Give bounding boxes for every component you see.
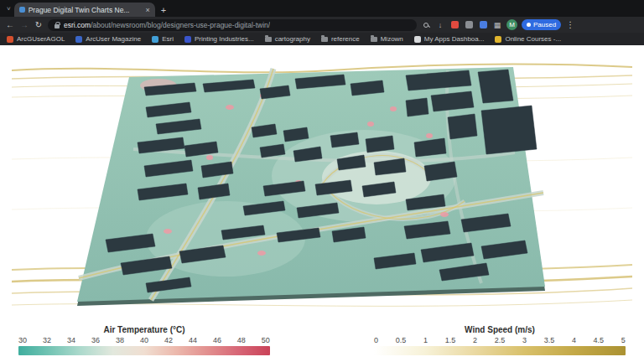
favicon bbox=[7, 36, 13, 43]
menu-kebab-icon[interactable]: ⋮ bbox=[565, 20, 575, 30]
legend-gradient-bar bbox=[18, 346, 270, 355]
legend-title: Air Temperature (°C) bbox=[18, 325, 270, 334]
legend-tick: 0.5 bbox=[396, 336, 407, 344]
browser-tab[interactable]: Prague Digital Twin Charts Ne... × bbox=[14, 3, 155, 17]
legend-tick: 1.5 bbox=[445, 336, 456, 344]
bookmark-item[interactable]: Printing Industries... bbox=[184, 35, 254, 43]
legend-tick: 4 bbox=[572, 336, 576, 344]
url-text: esri.com/about/newsroom/blog/designers-u… bbox=[64, 21, 270, 29]
bookmark-label: Esri bbox=[162, 35, 174, 43]
folder-icon bbox=[321, 37, 328, 42]
tab-favicon bbox=[19, 7, 25, 13]
profile-avatar[interactable]: M bbox=[506, 19, 517, 30]
bookmark-item[interactable]: My Apps Dashboa... bbox=[414, 35, 485, 43]
pinned-extension-icon[interactable] bbox=[478, 20, 488, 30]
profile-icon bbox=[527, 23, 531, 27]
legend-tick: 4.5 bbox=[594, 336, 605, 344]
back-icon[interactable]: ← bbox=[5, 20, 15, 29]
search-icon[interactable] bbox=[421, 20, 431, 30]
legend-tick: 38 bbox=[116, 336, 124, 344]
bookmark-item[interactable]: reference bbox=[321, 35, 360, 43]
bookmark-item[interactable]: Esri bbox=[152, 35, 174, 43]
legend-tick: 32 bbox=[43, 336, 51, 344]
adblock-icon[interactable] bbox=[449, 20, 460, 30]
bookmark-item[interactable]: Online Courses -... bbox=[495, 35, 561, 43]
reload-icon[interactable]: ↻ bbox=[34, 20, 44, 29]
prague-digital-twin-render bbox=[12, 59, 632, 320]
bookmark-label: Printing Industries... bbox=[195, 35, 254, 43]
url-domain: esri.com bbox=[64, 21, 91, 29]
sync-paused-badge[interactable]: Paused bbox=[522, 19, 561, 30]
page-content: Air Temperature (°C) 3032343638404244464… bbox=[0, 45, 644, 362]
bookmark-label: ArcGUserAGOL bbox=[17, 35, 65, 43]
legend-tick: 3 bbox=[522, 336, 527, 344]
legend-air-temperature: Air Temperature (°C) 3032343638404244464… bbox=[18, 325, 270, 355]
download-icon[interactable]: ↓ bbox=[435, 20, 445, 30]
favicon bbox=[184, 36, 191, 43]
legend-tick: 30 bbox=[18, 336, 27, 344]
forward-icon[interactable]: → bbox=[19, 20, 29, 29]
url-path: /about/newsroom/blog/designers-use-pragu… bbox=[91, 21, 270, 29]
paused-label: Paused bbox=[533, 21, 556, 28]
legend-ticks: 00.511.522.533.544.55 bbox=[374, 336, 626, 344]
address-bar[interactable]: esri.com/about/newsroom/blog/designers-u… bbox=[48, 19, 417, 31]
legend-row: Air Temperature (°C) 3032343638404244464… bbox=[0, 325, 644, 355]
legend-tick: 46 bbox=[213, 336, 221, 344]
bookmark-item[interactable]: Mizown bbox=[371, 35, 403, 43]
lock-icon[interactable] bbox=[55, 24, 60, 28]
tab-title: Prague Digital Twin Charts Ne... bbox=[29, 6, 143, 14]
bookmark-label: cartography bbox=[275, 35, 310, 43]
legend-tick: 48 bbox=[237, 336, 246, 344]
legend-tick: 5 bbox=[621, 336, 626, 344]
browser-toolbar: ← → ↻ esri.com/about/newsroom/blog/desig… bbox=[0, 17, 644, 33]
legend-tick: 2 bbox=[473, 336, 477, 344]
folder-icon bbox=[265, 37, 272, 42]
browser-window: ˅ Prague Digital Twin Charts Ne... × + ←… bbox=[0, 0, 644, 362]
bookmark-item[interactable]: ArcGUserAGOL bbox=[7, 35, 65, 43]
legend-tick: 36 bbox=[91, 336, 100, 344]
legend-title: Wind Speed (m/s) bbox=[374, 325, 626, 334]
legend-gradient-bar bbox=[374, 346, 626, 355]
favicon bbox=[152, 36, 158, 43]
legend-wind-speed: Wind Speed (m/s) 00.511.522.533.544.55 bbox=[374, 325, 626, 355]
legend-tick: 2.5 bbox=[495, 336, 506, 344]
favicon bbox=[414, 36, 421, 43]
tab-search-icon[interactable]: ˅ bbox=[7, 5, 11, 13]
legend-tick: 44 bbox=[189, 336, 197, 344]
tab-close-icon[interactable]: × bbox=[145, 6, 149, 14]
legend-tick: 42 bbox=[164, 336, 173, 344]
legend-tick: 50 bbox=[262, 336, 270, 344]
bookmark-label: My Apps Dashboa... bbox=[424, 35, 485, 43]
legend-tick: 1 bbox=[423, 336, 428, 344]
favicon bbox=[495, 36, 501, 43]
legend-tick: 34 bbox=[67, 336, 75, 344]
legend-tick: 0 bbox=[374, 336, 378, 344]
new-tab-button[interactable]: + bbox=[161, 5, 166, 15]
bookmark-label: Online Courses -... bbox=[505, 35, 561, 43]
bookmark-item[interactable]: ArcUser Magazine bbox=[75, 35, 141, 43]
legend-tick: 40 bbox=[140, 336, 148, 344]
tab-strip: ˅ Prague Digital Twin Charts Ne... × + bbox=[0, 0, 644, 17]
legend-ticks: 3032343638404244464850 bbox=[18, 336, 270, 344]
legend-tick: 3.5 bbox=[544, 336, 555, 344]
bookmarks-bar: ArcGUserAGOLArcUser MagazineEsriPrinting… bbox=[0, 33, 644, 45]
extensions-icon[interactable] bbox=[464, 20, 474, 30]
bookmark-label: Mizown bbox=[381, 35, 403, 43]
favicon bbox=[75, 36, 82, 43]
bookmark-item[interactable]: cartography bbox=[265, 35, 310, 43]
apps-icon[interactable]: ▦ bbox=[492, 20, 502, 30]
bookmark-label: ArcUser Magazine bbox=[86, 35, 141, 43]
folder-icon bbox=[371, 37, 377, 42]
bookmark-label: reference bbox=[331, 35, 360, 43]
